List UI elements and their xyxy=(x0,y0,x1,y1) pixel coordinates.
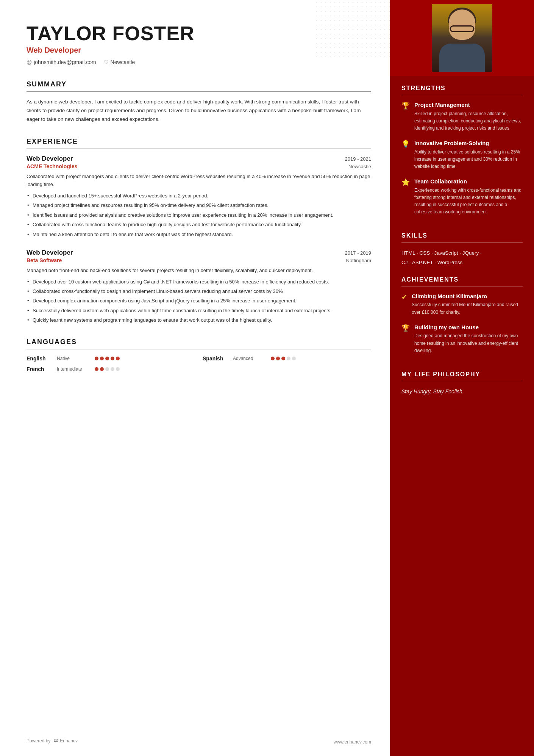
dot xyxy=(105,367,109,371)
lang-dots-french xyxy=(95,367,120,371)
lang-name-english: English xyxy=(27,355,53,362)
skills-line-2: C# · ASP.NET · WordPress xyxy=(401,258,523,267)
powered-by-label: Powered by xyxy=(27,738,50,743)
achievement-name-1: Climbing Mount Kilimanjaro xyxy=(412,293,523,300)
philosophy-section: MY LIFE PHILOSOPHY Stay Hungry, Stay Foo… xyxy=(390,362,534,396)
achievement-desc-1: Successfully summited Mount Kilimanjaro … xyxy=(412,301,523,316)
exp-role-2: Web Developer xyxy=(27,249,73,257)
language-english: English Native xyxy=(27,355,195,362)
lang-level-spanish: Advanced xyxy=(233,356,267,361)
email-icon: @ xyxy=(27,59,32,65)
achievements-title: ACHIEVEMENTS xyxy=(401,276,523,286)
exp-location-2: Nottingham xyxy=(346,258,371,263)
website-url: www.enhancv.com xyxy=(334,739,371,745)
strength-desc-3: Experienced working with cross-functiona… xyxy=(414,187,523,216)
strength-content-1: Project Management Skilled in project pl… xyxy=(414,101,523,132)
photo-area xyxy=(390,0,534,76)
checkmark-icon: ✔ xyxy=(401,293,407,301)
strength-desc-1: Skilled in project planning, resource al… xyxy=(414,110,523,132)
bullet-item: Collaborated with cross-functional teams… xyxy=(27,221,371,229)
dot xyxy=(100,357,104,360)
lang-level-french: Intermediate xyxy=(57,366,91,372)
footer-left: Powered by ∞ Enhancv xyxy=(27,737,78,745)
achievement-item-1: ✔ Climbing Mount Kilimanjaro Successfull… xyxy=(401,293,523,316)
contact-line: @ johnsmith.dev@gmail.com ♡ Newcastle xyxy=(27,59,371,65)
location-icon: ♡ xyxy=(104,59,109,65)
achievement-content-2: Building my own House Designed and manag… xyxy=(414,324,523,354)
language-spanish: Spanish Advanced xyxy=(203,355,371,362)
footer-right: www.enhancv.com xyxy=(334,739,371,745)
photo-body xyxy=(439,44,485,72)
strength-name-3: Team Collaboration xyxy=(414,178,523,185)
bullet-item: Quickly learnt new systems and programmi… xyxy=(27,316,371,324)
languages-title: LANGUAGES xyxy=(27,338,371,349)
lang-name-french: French xyxy=(27,366,53,372)
lang-dots-spanish xyxy=(271,357,296,360)
exp-bullets-2: Developed over 10 custom web application… xyxy=(27,278,371,324)
exp-desc-2: Managed both front-end and back-end solu… xyxy=(27,266,371,274)
location-contact: ♡ Newcastle xyxy=(104,59,135,65)
dot xyxy=(271,357,275,360)
left-column: TAYLOR FOSTER Web Developer @ johnsmith.… xyxy=(0,0,390,756)
lang-dots-english xyxy=(95,357,120,360)
achievement-desc-2: Designed and managed the construction of… xyxy=(414,332,523,354)
enhancv-logo: ∞ Enhancv xyxy=(53,737,78,745)
dot xyxy=(95,367,98,371)
philosophy-text: Stay Hungry, Stay Foolish xyxy=(401,387,523,396)
profile-photo xyxy=(432,4,492,72)
summary-section: SUMMARY As a dynamic web developer, I am… xyxy=(27,80,371,124)
summary-title: SUMMARY xyxy=(27,80,371,92)
location-value: Newcastle xyxy=(111,59,135,65)
skills-title: SKILLS xyxy=(401,232,523,243)
exp-header-2: Web Developer 2017 - 2019 xyxy=(27,249,371,257)
email-value: johnsmith.dev@gmail.com xyxy=(34,59,96,65)
summary-text: As a dynamic web developer, I am excited… xyxy=(27,98,371,124)
trophy-icon: 🏆 xyxy=(401,102,410,110)
exp-bullets-1: Developed and launched 15+ successful Wo… xyxy=(27,192,371,238)
languages-grid: English Native Spanish Advanced xyxy=(27,355,371,372)
strength-content-3: Team Collaboration Experienced working w… xyxy=(414,178,523,216)
dot xyxy=(116,357,120,360)
achievement-name-2: Building my own House xyxy=(414,324,523,331)
brand-name: Enhancv xyxy=(60,738,78,743)
bullet-item: Collaborated cross-functionally to desig… xyxy=(27,287,371,295)
lang-name-spanish: Spanish xyxy=(203,355,229,362)
exp-dates-2: 2017 - 2019 xyxy=(345,250,371,256)
candidate-title: Web Developer xyxy=(27,46,371,55)
bullet-item: Developed and launched 15+ successful Wo… xyxy=(27,192,371,200)
exp-company-2: Beta Software xyxy=(27,257,62,263)
strength-name-2: Innovative Problem-Solving xyxy=(414,139,523,147)
lang-level-english: Native xyxy=(57,356,91,361)
trophy2-icon: 🏆 xyxy=(401,324,410,332)
infinity-icon: ∞ xyxy=(53,737,58,745)
exp-company-1: ACME Technologies xyxy=(27,163,77,169)
email-contact: @ johnsmith.dev@gmail.com xyxy=(27,59,96,65)
strength-desc-2: Ability to deliver creative solutions re… xyxy=(414,149,523,171)
star-icon: ⭐ xyxy=(401,178,410,186)
exp-header-1: Web Developer 2019 - 2021 xyxy=(27,155,371,163)
lightbulb-icon: 💡 xyxy=(401,140,410,148)
experience-entry-2: Web Developer 2017 - 2019 Beta Software … xyxy=(27,249,371,324)
photo-glasses xyxy=(450,25,475,32)
dot xyxy=(105,357,109,360)
photo-person xyxy=(432,4,492,72)
strengths-section: STRENGTHS 🏆 Project Management Skilled i… xyxy=(390,76,534,216)
bullet-item: Successfully delivered custom web applic… xyxy=(27,307,371,315)
strengths-title: STRENGTHS xyxy=(401,85,523,95)
experience-entry-1: Web Developer 2019 - 2021 ACME Technolog… xyxy=(27,155,371,238)
header-section: TAYLOR FOSTER Web Developer @ johnsmith.… xyxy=(27,23,371,65)
exp-subheader-2: Beta Software Nottingham xyxy=(27,257,371,263)
exp-desc-1: Collaborated with project managers and c… xyxy=(27,172,371,189)
exp-role-1: Web Developer xyxy=(27,155,73,163)
right-column: STRENGTHS 🏆 Project Management Skilled i… xyxy=(390,0,534,756)
bullet-item: Developed complex animation components u… xyxy=(27,297,371,305)
dot xyxy=(287,357,290,360)
strength-item-3: ⭐ Team Collaboration Experienced working… xyxy=(401,178,523,216)
language-french: French Intermediate xyxy=(27,366,195,372)
experience-section: EXPERIENCE Web Developer 2019 - 2021 ACM… xyxy=(27,138,371,324)
exp-subheader-1: ACME Technologies Newcastle xyxy=(27,163,371,169)
skills-list: HTML · CSS · JavaScript · JQuery · C# · … xyxy=(401,249,523,267)
dot xyxy=(292,357,296,360)
philosophy-title: MY LIFE PHILOSOPHY xyxy=(401,371,523,381)
exp-dates-1: 2019 - 2021 xyxy=(345,156,371,162)
